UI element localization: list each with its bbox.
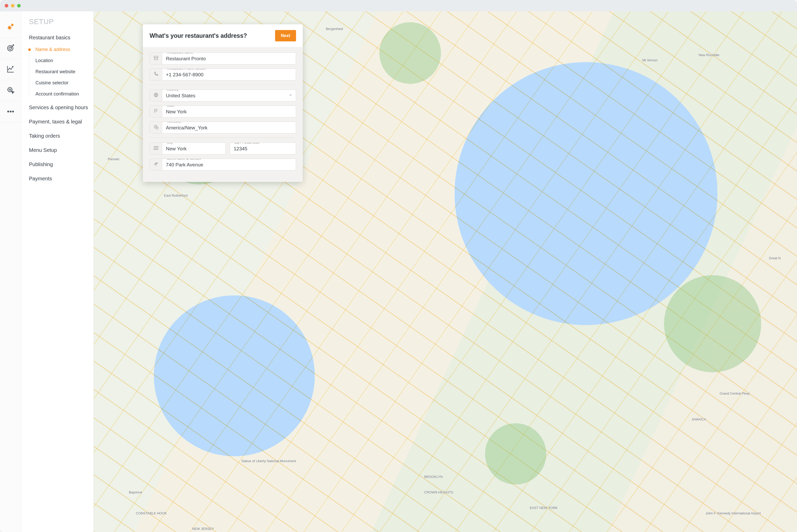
app-window: SETUP Restaurant basics Name & address L… bbox=[0, 0, 797, 532]
field-label: Timezone bbox=[165, 121, 183, 124]
sidebar-sub-website[interactable]: Restaurant website bbox=[30, 69, 93, 75]
address-form-card: What's your restaurant's address? Next R… bbox=[143, 24, 303, 182]
flag-icon bbox=[153, 109, 159, 115]
map-place-label: CONSTABLE HOOK bbox=[136, 511, 167, 515]
phone-icon bbox=[153, 71, 159, 78]
map-place-label: Mt Vernon bbox=[642, 58, 658, 62]
rail-analytics[interactable] bbox=[0, 59, 21, 80]
map-place-label: Passaic bbox=[108, 157, 119, 161]
field-value: United States bbox=[166, 92, 282, 99]
content-area: Mt VernonNew RochelleEast RutherfordPass… bbox=[94, 12, 797, 532]
next-button[interactable]: Next bbox=[275, 30, 296, 41]
field-value: 740 Park Avenue bbox=[166, 161, 292, 168]
window-zoom-icon[interactable] bbox=[17, 4, 21, 7]
field-value: Restaurant Pronto bbox=[166, 55, 292, 62]
form-title: What's your restaurant's address? bbox=[150, 32, 247, 39]
sidebar-item-label: Payment, taxes & legal bbox=[29, 119, 82, 125]
map-place-label: Grand Central Pkwy bbox=[720, 392, 749, 395]
sidebar-section-restaurant-basics[interactable]: Restaurant basics bbox=[29, 35, 93, 41]
svg-point-5 bbox=[9, 89, 11, 90]
map-place-label: John F. Kennedy International Airport bbox=[706, 511, 761, 515]
gear-cursor-icon bbox=[6, 86, 15, 95]
map-place-label: Statue of Liberty National Monument bbox=[242, 459, 296, 463]
map-place-label: JAMAICA bbox=[691, 417, 706, 421]
window-titlebar bbox=[0, 0, 797, 12]
field-city[interactable]: City * New York bbox=[150, 142, 226, 154]
field-state[interactable]: State * New York bbox=[150, 106, 296, 117]
field-label: Street name & Number * bbox=[165, 159, 205, 160]
form-body: Restaurant Name* Restaurant Pronto Resta… bbox=[143, 48, 303, 182]
field-value: +1 234-567-8900 bbox=[166, 71, 292, 78]
sidebar-title: SETUP bbox=[29, 18, 93, 26]
sidebar-sub-cuisine[interactable]: Cuisine selector bbox=[30, 80, 93, 86]
sidebar-item-label: Services & opening hours bbox=[29, 104, 88, 110]
field-label: Country* bbox=[165, 90, 182, 91]
target-icon bbox=[6, 44, 15, 53]
sidebar-sub-account-confirmation[interactable]: Account confirmation bbox=[30, 91, 93, 97]
window-minimize-icon[interactable] bbox=[11, 4, 15, 7]
sidebar-sub-name-address[interactable]: Name & address bbox=[30, 47, 93, 52]
sidebar-item-menu-setup[interactable]: Menu Setup bbox=[29, 147, 93, 153]
sidebar-item-label: Taking orders bbox=[29, 133, 60, 139]
sidebar-item-label: Payments bbox=[29, 176, 52, 182]
svg-point-8 bbox=[12, 111, 14, 112]
rail-more[interactable] bbox=[0, 101, 21, 122]
sidebar-item-services[interactable]: Services & opening hours bbox=[29, 104, 93, 111]
rail-goals[interactable] bbox=[0, 38, 21, 59]
map-place-label: NEW JERSEY bbox=[192, 527, 214, 531]
rail-setup[interactable] bbox=[0, 17, 21, 38]
sidebar-item-payments[interactable]: Payments bbox=[29, 176, 93, 182]
svg-point-6 bbox=[7, 111, 9, 112]
sidebar-item-label: Location bbox=[35, 58, 53, 63]
sidebar-item-label: Menu Setup bbox=[29, 147, 57, 153]
field-restaurant-name[interactable]: Restaurant Name* Restaurant Pronto bbox=[150, 53, 296, 64]
window-close-icon[interactable] bbox=[5, 4, 8, 7]
sidebar-item-label: Name & address bbox=[35, 47, 70, 52]
map-place-label: Great N bbox=[769, 256, 781, 260]
map-place-label: Bayonne bbox=[129, 490, 142, 494]
field-timezone[interactable]: Timezone America/New_York bbox=[150, 121, 296, 134]
sidebar-item-label: Account confirmation bbox=[35, 91, 79, 96]
field-phone[interactable]: Restaurant Phone number * +1 234-567-890… bbox=[150, 69, 296, 80]
field-label: Restaurant Phone number * bbox=[165, 69, 210, 70]
field-street[interactable]: Street name & Number * 740 Park Avenue bbox=[150, 159, 296, 171]
map-place-label: BROOKLYN bbox=[424, 475, 442, 479]
chart-line-icon bbox=[6, 65, 15, 74]
field-value: 12345 bbox=[234, 145, 292, 152]
field-country[interactable]: Country* United States bbox=[150, 90, 296, 101]
sidebar-item-taking-orders[interactable]: Taking orders bbox=[29, 133, 93, 139]
rail-automation[interactable] bbox=[0, 80, 21, 101]
app-body: SETUP Restaurant basics Name & address L… bbox=[0, 12, 797, 532]
field-zip[interactable]: Zip / Postal code * 12345 bbox=[230, 142, 296, 154]
form-divider bbox=[150, 84, 296, 85]
svg-point-7 bbox=[10, 111, 12, 112]
globe-icon bbox=[153, 92, 159, 99]
map-place-label: East Rutherford bbox=[164, 193, 188, 197]
map-place-label: New Rochelle bbox=[698, 53, 719, 57]
form-header: What's your restaurant's address? Next bbox=[143, 24, 303, 48]
map-place-label: EAST NEW YORK bbox=[530, 506, 558, 510]
storefront-icon bbox=[153, 55, 159, 62]
sidebar-item-label: Publishing bbox=[29, 162, 53, 167]
sidebar-item-payment-taxes[interactable]: Payment, taxes & legal bbox=[29, 119, 93, 125]
field-label: State * bbox=[165, 106, 178, 107]
sidebar-item-label: Restaurant website bbox=[35, 69, 75, 74]
signpost-icon bbox=[153, 162, 159, 168]
field-label: Restaurant Name* bbox=[165, 53, 196, 54]
map-place-label: Bergenheid bbox=[326, 27, 343, 31]
sidebar: SETUP Restaurant basics Name & address L… bbox=[21, 12, 94, 532]
field-value: New York bbox=[166, 145, 222, 152]
field-label: City * bbox=[165, 142, 176, 145]
field-value: New York bbox=[166, 108, 292, 115]
gears-icon bbox=[6, 22, 15, 32]
field-label: Zip / Postal code * bbox=[233, 142, 264, 145]
map-place-label: CROWN HEIGHTS bbox=[424, 490, 453, 494]
chevron-down-icon bbox=[288, 93, 293, 98]
icon-rail bbox=[0, 12, 21, 532]
clock-globe-icon bbox=[153, 125, 159, 131]
sidebar-sub-location[interactable]: Location bbox=[30, 58, 93, 63]
ellipsis-icon bbox=[6, 107, 15, 117]
sidebar-subnav: Name & address Location Restaurant websi… bbox=[29, 47, 93, 97]
sidebar-item-label: Cuisine selector bbox=[35, 80, 69, 86]
sidebar-item-publishing[interactable]: Publishing bbox=[29, 162, 93, 167]
